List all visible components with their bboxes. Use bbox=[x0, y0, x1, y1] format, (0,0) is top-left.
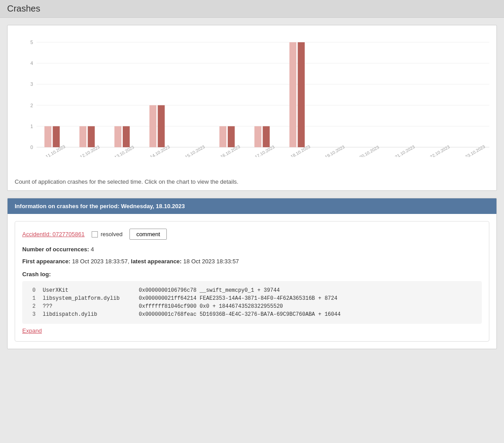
bar-dark-0[interactable] bbox=[53, 126, 60, 147]
bar-light-3[interactable] bbox=[149, 105, 157, 147]
chart-container[interactable]: 0 1 2 3 4 5 We, 11.10.2023 Th, 12.10.202… bbox=[15, 32, 489, 170]
bar-light-2[interactable] bbox=[114, 126, 121, 147]
svg-text:Mo, 23.10.2023: Mo, 23.10.2023 bbox=[457, 144, 486, 157]
bar-light-1[interactable] bbox=[80, 126, 87, 147]
chart-note: Count of application crashes for the sel… bbox=[15, 175, 489, 185]
crash-log-title: Crash log: bbox=[22, 271, 482, 278]
log-row: 3 libdispatch.dylib 0x00000001c768feac 5… bbox=[29, 310, 475, 318]
svg-text:3: 3 bbox=[30, 81, 33, 87]
svg-text:Tu, 17.10.2023: Tu, 17.10.2023 bbox=[248, 144, 276, 157]
crash-log-table: 0 UserXKit 0x0000000106796c78 __swift_me… bbox=[22, 281, 482, 324]
svg-text:Fr, 20.10.2023: Fr, 20.10.2023 bbox=[353, 145, 380, 157]
log-library: ??? bbox=[43, 303, 132, 310]
log-library: libsystem_platform.dylib bbox=[43, 295, 132, 302]
bar-dark-7[interactable] bbox=[298, 42, 305, 147]
info-panel-header-text: Information on crashes for the period: W… bbox=[15, 203, 185, 209]
bar-dark-2[interactable] bbox=[123, 126, 130, 147]
svg-text:Su, 22.10.2023: Su, 22.10.2023 bbox=[423, 144, 451, 157]
log-index: 2 bbox=[29, 303, 36, 310]
appearances-line: First appearance: 18 Oct 2023 18:33:57, … bbox=[22, 257, 482, 266]
log-address: 0x0000000106796c78 __swift_memcpy0_1 + 3… bbox=[139, 287, 475, 294]
comment-button[interactable]: comment bbox=[129, 229, 166, 240]
bar-dark-1[interactable] bbox=[88, 126, 95, 147]
bar-light-6[interactable] bbox=[254, 126, 262, 147]
accident-card: AccidentId: 0727705861 resolved comment … bbox=[15, 221, 489, 342]
svg-text:Th, 19.10.2023: Th, 19.10.2023 bbox=[318, 144, 346, 157]
svg-text:Mo, 16.10.2023: Mo, 16.10.2023 bbox=[212, 144, 241, 157]
log-row: 0 UserXKit 0x0000000106796c78 __swift_me… bbox=[29, 286, 475, 294]
svg-text:0: 0 bbox=[30, 145, 33, 150]
page-header: Crashes bbox=[0, 0, 504, 18]
log-row: 1 libsystem_platform.dylib 0x000000021ff… bbox=[29, 294, 475, 302]
log-library: UserXKit bbox=[43, 287, 132, 294]
svg-text:5: 5 bbox=[30, 40, 33, 45]
log-index: 1 bbox=[29, 295, 36, 302]
log-address: 0xffffff81046cf900 0x0 + 184467435283229… bbox=[139, 303, 475, 310]
svg-text:Sa, 21.10.2023: Sa, 21.10.2023 bbox=[387, 144, 416, 157]
resolved-checkbox[interactable] bbox=[92, 231, 98, 238]
crash-chart-svg[interactable]: 0 1 2 3 4 5 We, 11.10.2023 Th, 12.10.202… bbox=[15, 32, 489, 157]
bar-light-7[interactable] bbox=[290, 42, 297, 147]
svg-text:Fr, 13.10.2023: Fr, 13.10.2023 bbox=[108, 145, 135, 157]
resolved-section: resolved bbox=[92, 231, 122, 238]
svg-text:1: 1 bbox=[30, 124, 33, 129]
info-panel-body: AccidentId: 0727705861 resolved comment … bbox=[8, 214, 496, 349]
log-address: 0x00000001c768feac 5D16936B-4E4C-3276-BA… bbox=[139, 311, 475, 318]
accident-id-link[interactable]: AccidentId: 0727705861 bbox=[22, 231, 85, 238]
crash-log-section: Crash log: 0 UserXKit 0x0000000106796c78… bbox=[22, 271, 482, 334]
svg-text:We, 18.10.2023: We, 18.10.2023 bbox=[282, 144, 311, 157]
info-panel-header: Information on crashes for the period: W… bbox=[8, 198, 496, 214]
content-area: 0 1 2 3 4 5 We, 11.10.2023 Th, 12.10.202… bbox=[0, 18, 504, 356]
bar-dark-3[interactable] bbox=[158, 105, 165, 147]
log-row: 2 ??? 0xffffff81046cf900 0x0 + 184467435… bbox=[29, 302, 475, 310]
svg-text:2: 2 bbox=[30, 103, 33, 108]
svg-text:4: 4 bbox=[30, 60, 33, 66]
log-address: 0x000000021ff64214 FEAE2353-14A4-3871-84… bbox=[139, 295, 475, 302]
accident-header: AccidentId: 0727705861 resolved comment bbox=[22, 229, 482, 240]
chart-panel: 0 1 2 3 4 5 We, 11.10.2023 Th, 12.10.202… bbox=[7, 25, 497, 191]
svg-text:Th, 12.10.2023: Th, 12.10.2023 bbox=[73, 144, 101, 157]
log-library: libdispatch.dylib bbox=[43, 311, 132, 318]
expand-link[interactable]: Expand bbox=[22, 327, 42, 334]
bar-dark-5[interactable] bbox=[228, 126, 235, 147]
resolved-label: resolved bbox=[101, 231, 122, 238]
info-panel: Information on crashes for the period: W… bbox=[7, 198, 497, 349]
bar-dark-6[interactable] bbox=[263, 126, 270, 147]
svg-text:We, 11.10.2023: We, 11.10.2023 bbox=[37, 144, 66, 157]
log-index: 3 bbox=[29, 311, 36, 318]
svg-text:Su, 15.10.2023: Su, 15.10.2023 bbox=[177, 144, 206, 157]
svg-text:Sa, 14.10.2023: Sa, 14.10.2023 bbox=[142, 144, 171, 157]
bar-light-5[interactable] bbox=[219, 126, 226, 147]
page-title: Crashes bbox=[7, 4, 40, 13]
bar-light-0[interactable] bbox=[44, 126, 52, 147]
occurrences-line: Number of occurrences: 4 bbox=[22, 245, 482, 254]
log-index: 0 bbox=[29, 287, 36, 294]
